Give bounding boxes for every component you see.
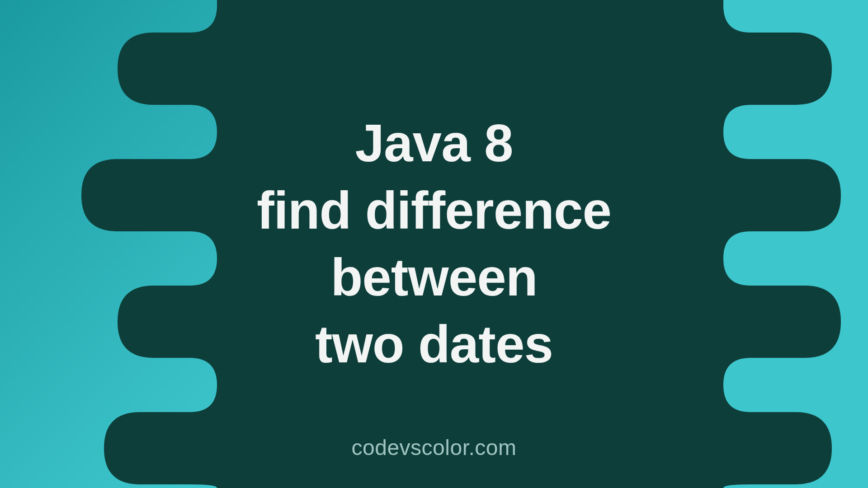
- title-line-1: Java 8: [257, 110, 611, 177]
- title-line-3: between: [257, 244, 611, 311]
- title-line-4: two dates: [257, 311, 611, 378]
- title-text: Java 8 find difference between two dates: [257, 110, 611, 378]
- main-content: Java 8 find difference between two dates…: [0, 0, 868, 488]
- title-line-2: find difference: [257, 177, 611, 244]
- attribution-text: codevscolor.com: [352, 435, 517, 460]
